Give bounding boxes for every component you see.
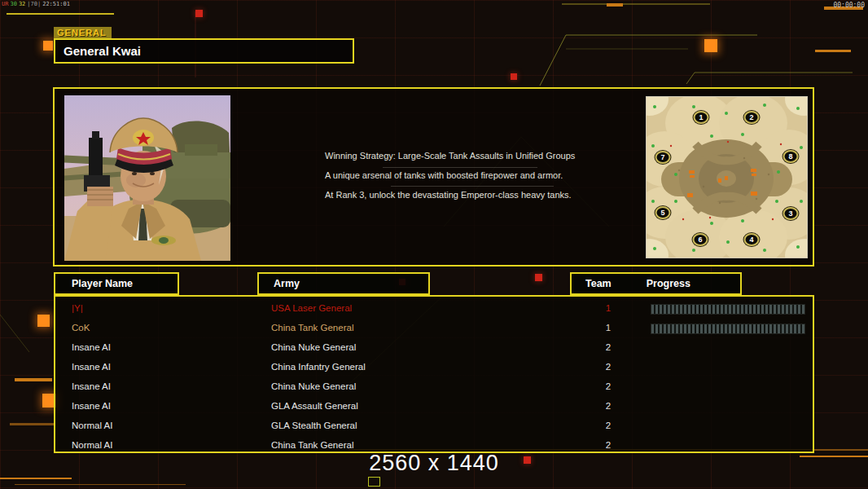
player-name: Insane AI (72, 401, 111, 411)
player-name: Insane AI (72, 381, 111, 391)
player-team: 1 (596, 323, 620, 333)
player-row: Normal AI GLA Stealth General 2 (55, 416, 813, 436)
map-preview: 12785364 (646, 96, 808, 258)
header-player-label: Player Name (72, 278, 133, 289)
player-name: Normal AI (72, 421, 113, 430)
debug-segment: 32 (19, 1, 25, 7)
player-name: |Y| (72, 303, 83, 313)
player-progress-bar (651, 324, 805, 334)
general-tag: GENERAL (54, 27, 112, 38)
decor-red-square (535, 274, 542, 281)
decor-orange-bar (0, 478, 72, 479)
header-army: Army (257, 272, 430, 295)
decor-orange-bar (607, 3, 623, 7)
player-row: |Y| USA Laser General 1 (55, 299, 813, 319)
debug-segment: 22:51:01 (42, 1, 70, 7)
player-name: Normal AI (72, 440, 113, 450)
strategy-line: At Rank 3, unlock the devastating Empero… (325, 190, 577, 200)
player-army: China Tank General (271, 440, 353, 450)
decor-red-square (195, 10, 203, 17)
decor-orange-bar (10, 423, 55, 425)
general-name-box: General Kwai (54, 38, 354, 64)
player-progress-bar (651, 304, 805, 315)
resolution-label: 2560 x 1440 (0, 451, 868, 476)
header-army-label: Army (274, 278, 300, 289)
header-progress-label: Progress (647, 278, 690, 289)
debug-segment: |70| (27, 1, 41, 7)
loading-screen: UR3032|70|22:51:01 00:00:00 GENERAL Gene… (0, 0, 868, 489)
player-team: 1 (596, 303, 620, 313)
player-team: 2 (596, 362, 620, 372)
header-team-label: Team (585, 278, 612, 289)
player-team: 2 (596, 421, 620, 430)
spawn-marker: 6 (692, 233, 708, 246)
spawn-marker: 2 (744, 111, 760, 124)
debug-segment: 30 (10, 1, 16, 7)
player-team: 2 (596, 342, 620, 352)
player-army: China Tank General (271, 323, 353, 333)
strategy-line: Winning Strategy: Large-Scale Tank Assau… (325, 151, 577, 161)
spawn-marker: 5 (655, 206, 671, 219)
general-name: General Kwai (55, 44, 141, 58)
player-army: China Infantry General (271, 362, 366, 372)
player-army: GLA Assault General (271, 401, 358, 411)
strategy-line: A unique arsenal of tanks with boosted f… (325, 170, 577, 180)
player-army: China Nuke General (271, 342, 356, 352)
spawn-marker: 8 (783, 150, 798, 163)
decor-orange-bar (15, 484, 186, 485)
player-army: GLA Stealth General (271, 421, 357, 430)
debug-overlay: UR3032|70|22:51:01 (2, 1, 72, 7)
match-timer: 00:00:00 (833, 2, 865, 9)
player-name: Insane AI (72, 342, 111, 352)
player-name: Insane AI (72, 362, 111, 372)
player-row: Insane AI China Nuke General 2 (55, 377, 813, 397)
header-team-progress: Team Progress (570, 272, 742, 295)
spawn-marker: 7 (655, 151, 671, 164)
player-row: Insane AI China Infantry General 2 (55, 358, 813, 377)
decor-outline-box (368, 477, 380, 487)
player-team: 2 (596, 401, 620, 411)
player-name: CoK (72, 323, 90, 333)
header-player-name: Player Name (54, 272, 179, 295)
player-row: Insane AI GLA Assault General 2 (55, 397, 813, 416)
player-row: Insane AI China Nuke General 2 (55, 338, 813, 358)
debug-segment: UR (2, 1, 8, 7)
decor-orange-square (704, 39, 717, 52)
strategy-text: Winning Strategy: Large-Scale Tank Assau… (325, 151, 577, 209)
player-row: CoK China Tank General 1 (55, 319, 813, 338)
player-army: China Nuke General (271, 381, 356, 391)
player-rows: |Y| USA Laser General 1 CoK China Tank G… (55, 297, 813, 452)
player-army: USA Laser General (271, 303, 352, 313)
decor-underline (383, 167, 537, 168)
general-portrait (64, 95, 230, 261)
decor-underline (391, 186, 554, 187)
decor-orange-bar (815, 50, 851, 52)
player-list-panel: |Y| USA Laser General 1 CoK China Tank G… (54, 295, 814, 453)
decor-orange-bar (15, 378, 52, 381)
spawn-marker: 4 (744, 233, 760, 246)
spawn-marker: 3 (783, 207, 798, 220)
decor-orange-square (37, 315, 50, 327)
decor-orange-square (43, 41, 53, 51)
player-team: 2 (596, 440, 620, 450)
spawn-marker: 1 (693, 111, 708, 124)
player-team: 2 (596, 381, 620, 391)
decor-red-square (511, 73, 517, 80)
